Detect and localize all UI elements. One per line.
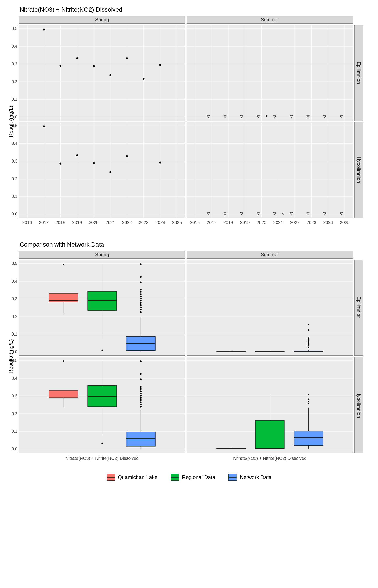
svg-point-171 <box>308 329 309 331</box>
scatter-title: Nitrate(NO3) + Nitrite(NO2) Dissolved <box>20 6 374 13</box>
svg-point-131 <box>140 304 142 306</box>
svg-point-202 <box>140 361 142 362</box>
svg-point-190 <box>140 406 142 407</box>
col-strip-summer-b: Summer <box>187 251 353 259</box>
svg-marker-110 <box>340 213 342 215</box>
svg-point-135 <box>140 295 142 297</box>
svg-point-120 <box>63 264 64 265</box>
svg-point-164 <box>308 345 309 347</box>
svg-point-182 <box>63 361 64 362</box>
svg-text:0.3: 0.3 <box>12 61 17 66</box>
svg-text:0.5: 0.5 <box>12 26 17 31</box>
svg-point-136 <box>140 293 142 295</box>
col-strip-spring: Spring <box>19 16 185 24</box>
svg-point-21 <box>126 57 128 59</box>
svg-point-165 <box>308 343 309 345</box>
svg-point-78 <box>159 161 161 163</box>
svg-text:0.0: 0.0 <box>12 446 17 451</box>
svg-point-22 <box>143 78 145 80</box>
svg-rect-180 <box>49 390 78 398</box>
svg-point-196 <box>140 393 142 394</box>
svg-point-76 <box>109 171 111 173</box>
legend-swatch <box>107 474 115 481</box>
svg-point-17 <box>59 65 61 67</box>
legend-label: Regional Data <box>182 474 215 480</box>
svg-point-192 <box>140 401 142 403</box>
x-axis-summer-b: Nitrate(NO3) + Nitrite(NO2) Dissolved <box>187 454 353 465</box>
svg-point-138 <box>140 289 142 291</box>
legend-item: Network Data <box>228 474 271 481</box>
svg-point-141 <box>140 263 142 265</box>
x-axis-spring: 2016201720182019202020212022202320242025 <box>19 219 185 228</box>
svg-text:0.4: 0.4 <box>12 141 17 146</box>
col-strip-summer: Summer <box>187 16 353 24</box>
panel-summer-hypo <box>187 122 353 218</box>
svg-text:0.5: 0.5 <box>12 261 17 266</box>
svg-text:0.1: 0.1 <box>12 194 17 199</box>
svg-point-225 <box>308 401 309 402</box>
svg-point-198 <box>140 388 142 390</box>
svg-point-137 <box>140 291 142 293</box>
svg-point-163 <box>308 347 309 348</box>
svg-point-20 <box>109 74 111 76</box>
svg-rect-188 <box>126 432 155 446</box>
svg-point-200 <box>140 378 142 380</box>
svg-point-193 <box>140 399 142 401</box>
legend-swatch <box>171 474 179 481</box>
svg-text:0.5: 0.5 <box>12 358 17 363</box>
svg-marker-106 <box>282 212 284 214</box>
svg-marker-55 <box>340 115 342 118</box>
svg-rect-222 <box>294 431 323 445</box>
svg-text:0.1: 0.1 <box>12 97 17 102</box>
panel-summer-epi-b <box>187 260 353 356</box>
svg-text:0.4: 0.4 <box>12 375 17 381</box>
svg-text:0.2: 0.2 <box>12 176 17 181</box>
svg-marker-108 <box>307 213 309 215</box>
svg-point-194 <box>140 397 142 399</box>
row-strip-epi: Epilimnion <box>354 25 363 121</box>
panel-summer-epi <box>187 25 353 121</box>
svg-point-172 <box>308 324 309 325</box>
svg-marker-51 <box>274 115 276 118</box>
svg-point-18 <box>76 57 78 59</box>
legend-label: Network Data <box>240 474 271 480</box>
legend-label: Quamichan Lake <box>118 474 158 480</box>
svg-marker-48 <box>240 115 243 118</box>
panel-spring-epi: 0.00.10.20.30.40.5 <box>19 25 185 121</box>
svg-point-199 <box>140 386 142 388</box>
scatter-grid: Spring Summer Result (mg/L) 0.00.10.20.3… <box>4 16 363 230</box>
svg-text:0.0: 0.0 <box>12 114 17 119</box>
svg-point-75 <box>93 162 95 164</box>
svg-point-195 <box>140 395 142 396</box>
panel-spring-hypo-b: 0.00.10.20.30.40.5 <box>19 357 185 453</box>
svg-point-191 <box>140 404 142 405</box>
y-axis-label-b: Results (mg/L) <box>4 260 17 453</box>
svg-point-224 <box>308 403 309 404</box>
svg-marker-49 <box>257 115 259 118</box>
svg-point-130 <box>140 307 142 308</box>
svg-text:0.4: 0.4 <box>12 43 17 49</box>
svg-marker-101 <box>207 213 210 215</box>
svg-marker-52 <box>290 115 293 118</box>
row-strip-hypo: Hypolimnion <box>354 122 363 218</box>
svg-marker-109 <box>323 213 326 215</box>
svg-point-197 <box>140 390 142 392</box>
legend-item: Quamichan Lake <box>107 474 158 481</box>
x-axis-spring-b: Nitrate(NO3) + Nitrite(NO2) Dissolved <box>19 454 185 465</box>
svg-text:0.0: 0.0 <box>12 211 17 216</box>
svg-marker-54 <box>323 115 326 118</box>
svg-point-16 <box>43 29 45 31</box>
svg-point-128 <box>140 311 142 313</box>
svg-marker-47 <box>224 115 226 118</box>
svg-text:0.2: 0.2 <box>12 411 17 416</box>
panel-summer-hypo-b <box>187 357 353 453</box>
legend: Quamichan Lake Regional Data Network Dat… <box>4 474 374 481</box>
panel-spring-epi-b: 0.00.10.20.30.40.5 <box>19 260 185 356</box>
svg-marker-53 <box>307 115 309 118</box>
svg-point-50 <box>266 115 268 117</box>
svg-point-140 <box>140 276 142 278</box>
svg-point-133 <box>140 300 142 301</box>
svg-marker-104 <box>257 213 259 215</box>
svg-point-170 <box>308 337 309 339</box>
svg-point-74 <box>76 154 78 156</box>
